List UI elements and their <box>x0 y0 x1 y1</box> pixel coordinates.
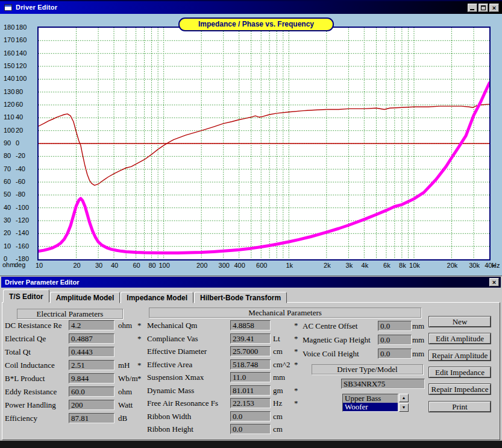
param-unit: cm <box>273 347 283 356</box>
param-unit: gm <box>273 386 283 396</box>
ohm-tick-label: 140 <box>4 75 14 82</box>
param-input[interactable]: 0.0 <box>378 321 412 331</box>
ohm-tick-label: 160 <box>4 49 14 57</box>
mechanical-parameters-group: Mechanical Qm4.8858*Compliance Vas239.41… <box>146 320 303 437</box>
param-input[interactable]: 9.844 <box>69 373 115 383</box>
close-button[interactable]: × <box>489 4 499 12</box>
mechanical-parameters-heading: Mechanical Parameters <box>149 308 421 318</box>
param-label: Electrical Qe <box>5 334 46 344</box>
ohm-tick-label: 90 <box>4 139 11 147</box>
deg-tick-label: 100 <box>16 75 27 82</box>
tab-t-s-editor[interactable]: T/S Editor <box>3 289 49 303</box>
frequency-tick-label: 100 <box>158 262 169 269</box>
type-option[interactable]: Upper Bass <box>343 394 398 403</box>
edit-impedance-button[interactable]: Edit Impedance <box>429 367 491 377</box>
param-unit: dB <box>118 414 127 423</box>
mechanical-param-row: Dynamic Mass81.011gm* <box>146 385 303 396</box>
frequency-tick-label: 30k <box>469 262 480 269</box>
window-title: Driver Editor <box>16 4 57 11</box>
deg-tick-label: 180 <box>16 24 27 31</box>
tab-impedance-model[interactable]: Impedance Model <box>121 292 193 303</box>
param-input[interactable]: 81.011 <box>230 385 271 396</box>
param-input[interactable]: 0.0 <box>378 349 412 359</box>
param-label: DC Resistance Re <box>5 321 62 330</box>
y-axis-unit-ohm: ohm <box>2 261 15 268</box>
deg-tick-label: 0 <box>16 139 19 147</box>
param-input[interactable]: 0.0 <box>230 424 271 434</box>
param-label: Ribbon Height <box>147 424 193 434</box>
close-icon: × <box>490 4 498 11</box>
deg-tick-label: 60 <box>16 101 23 108</box>
ohm-tick-label: 10 <box>4 242 11 250</box>
deg-tick-label: 120 <box>16 62 27 69</box>
param-label: Free Air Resonance Fs <box>147 399 218 408</box>
electrical-param-row: B*L Product9.844Wb/m* <box>4 373 158 383</box>
deg-tick-label: -100 <box>16 204 29 211</box>
x-axis-unit: Hz <box>492 262 500 269</box>
param-input[interactable]: 0.4443 <box>69 347 115 357</box>
deg-tick-label: 160 <box>16 36 27 43</box>
param-input[interactable]: 2.51 <box>69 360 115 370</box>
repair-impedance-button[interactable]: Repair Impedance <box>429 384 491 394</box>
param-input[interactable]: 0.0 <box>230 411 271 421</box>
window-titlebar[interactable]: Driver Editor × <box>0 0 502 14</box>
tab-amplitude-model[interactable]: Amplitude Model <box>50 292 121 303</box>
editor-close-button[interactable]: × <box>489 278 499 286</box>
deg-tick-label: 40 <box>16 113 23 121</box>
minimize-icon <box>470 9 474 10</box>
ohm-tick-label: 50 <box>4 191 11 198</box>
param-label: Compliance Vas <box>147 334 198 344</box>
param-input[interactable]: 0.4887 <box>69 333 115 344</box>
ohm-tick-label: 150 <box>4 62 14 69</box>
deg-tick-label: -40 <box>16 165 25 172</box>
edit-amplitude-button[interactable]: Edit Amplitude <box>429 333 491 344</box>
minimize-button[interactable] <box>468 4 477 12</box>
param-input[interactable]: 239.41 <box>230 333 271 344</box>
param-required-star: * <box>294 347 298 356</box>
param-required-star: * <box>137 374 142 383</box>
scroll-down-button[interactable]: ▼ <box>399 403 409 412</box>
scroll-up-button[interactable]: ▲ <box>399 394 409 402</box>
frequency-tick-label: 30 <box>95 262 102 269</box>
print-button[interactable]: Print <box>429 402 491 412</box>
editor-titlebar[interactable]: Driver Parameter Editor × <box>1 277 501 288</box>
type-option[interactable]: Woofer <box>343 403 398 411</box>
param-input[interactable]: 25.7000 <box>230 346 271 356</box>
window-bottom-edge <box>0 440 502 448</box>
param-unit: cm <box>273 412 283 421</box>
frequency-tick-label: 8k <box>399 262 406 269</box>
tab-hilbert-bode-transform[interactable]: Hilbert-Bode Transform <box>194 292 287 303</box>
param-input[interactable]: 518.748 <box>230 359 271 370</box>
param-label: Suspension Xmax <box>147 373 204 382</box>
electrical-param-row: Efficiency87.81dB <box>4 413 158 423</box>
param-input[interactable]: 11.0 <box>230 372 271 382</box>
param-input[interactable]: 0.0 <box>378 335 412 345</box>
param-input[interactable]: 200 <box>69 400 115 410</box>
electrical-parameters-group: DC Resistance Re4.2ohm*Electrical Qe0.48… <box>4 320 158 426</box>
param-label: Coil Inductance <box>5 361 55 370</box>
series-impedance <box>39 83 489 253</box>
param-unit: Lt <box>273 334 280 344</box>
offset-param-row: Voice Coil Height0.0mm <box>301 349 431 359</box>
offsets-group: AC Centre Offset0.0mmMagnetic Gap Height… <box>301 321 431 362</box>
mechanical-param-row: Effective Area518.748cm^2* <box>146 359 303 370</box>
repair-amplitude-button[interactable]: Repair Amplitude <box>429 350 491 361</box>
offset-param-row: Magnetic Gap Height0.0mm <box>301 335 431 345</box>
maximize-icon <box>481 5 486 10</box>
maximize-button[interactable] <box>478 4 488 12</box>
param-input[interactable]: 60.0 <box>69 386 115 397</box>
param-label: Mechanical Qm <box>147 321 197 330</box>
param-input[interactable]: 4.2 <box>69 320 115 330</box>
param-unit: ohm <box>118 321 132 330</box>
param-unit: cm <box>273 424 283 434</box>
param-input[interactable]: 87.81 <box>69 413 115 423</box>
param-required-star: * <box>294 399 298 408</box>
param-input[interactable]: 22.153 <box>230 398 271 408</box>
new-button[interactable]: New <box>429 317 491 327</box>
deg-tick-label: -60 <box>16 178 25 185</box>
param-label: Voice Coil Height <box>303 349 359 359</box>
frequency-tick-label: 80 <box>148 262 155 269</box>
model-input[interactable]: SB34NRX75 <box>341 379 425 389</box>
param-input[interactable]: 4.8858 <box>230 320 271 330</box>
frequency-tick-label: 20k <box>447 262 458 269</box>
